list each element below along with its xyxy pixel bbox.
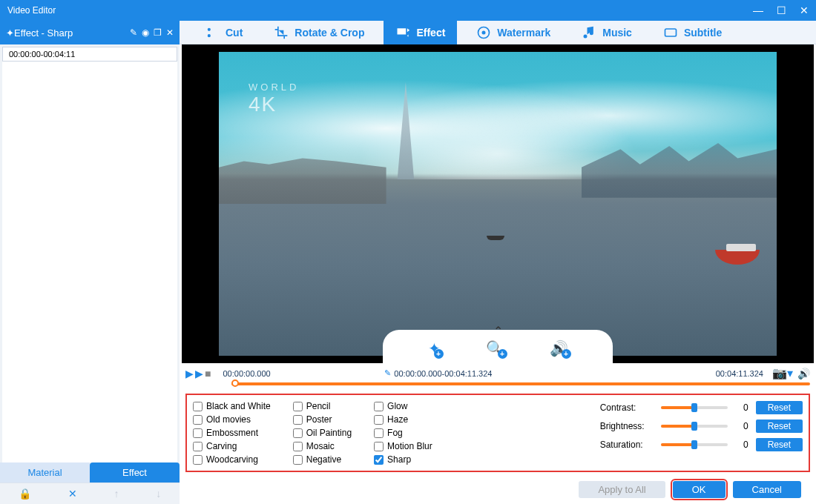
ok-button[interactable]: OK — [673, 481, 725, 498]
brightness-value: 0 — [735, 421, 748, 431]
brightness-slider[interactable] — [661, 425, 728, 428]
tab-effect[interactable]: Effect — [90, 462, 180, 483]
effect-checkbox-fog[interactable]: Fog — [374, 428, 432, 438]
volume-icon[interactable]: 🔊 — [797, 368, 810, 379]
camera-icon[interactable]: 📷▾ — [772, 366, 793, 380]
effect-checkbox-old-movies[interactable]: Old movies — [193, 414, 271, 425]
contrast-label: Contrast: — [600, 402, 654, 413]
saturation-value: 0 — [735, 440, 748, 450]
ribbon-music[interactable]: Music — [570, 21, 644, 44]
effect-checkbox-embossment[interactable]: Embossment — [193, 428, 271, 438]
crop-icon — [274, 25, 289, 40]
timeline-bar: ▶ ▶ ■ 00:00:00.000 00:00:00.000-00:04:11… — [180, 363, 816, 382]
ribbon-effect[interactable]: Effect — [384, 21, 457, 44]
saturation-label: Saturation: — [600, 440, 654, 450]
zoom-add-icon[interactable]: 🔍+ — [486, 339, 504, 357]
clip-entry[interactable]: 00:00:00-00:04:11 — [2, 47, 177, 62]
edit-icon[interactable]: ✎ — [130, 27, 137, 38]
preview-image: WORLD 4K — [219, 52, 777, 356]
sidebar: ✦ Effect - Sharp ✎ ◉ ❐ ✕ 00:00:00-00:04:… — [0, 21, 180, 504]
panel-title: Effect - Sharp — [14, 27, 73, 39]
effect-checkbox-poster[interactable]: Poster — [293, 414, 352, 425]
brightness-reset-button[interactable]: Reset — [756, 420, 803, 433]
effect-checkbox-motion-blur[interactable]: Motion Blur — [374, 441, 432, 451]
watermark-icon — [476, 25, 491, 40]
effect-checkbox-pencil[interactable]: Pencil — [293, 401, 352, 411]
panel-close-icon[interactable]: ✕ — [166, 27, 174, 38]
effect-checkbox-haze[interactable]: Haze — [374, 414, 432, 425]
svg-point-1 — [482, 30, 486, 34]
brightness-label: Brightness: — [600, 421, 654, 431]
effect-checkbox-sharp[interactable]: Sharp — [374, 454, 432, 465]
timeline-slider[interactable] — [231, 382, 810, 386]
chevron-up-icon[interactable]: ⌃ — [493, 324, 503, 338]
wand-icon: ✦ — [6, 27, 14, 39]
play-button[interactable]: ▶ — [185, 368, 194, 379]
clip-time: 00:00:00-00:04:11 — [9, 50, 75, 59]
contrast-reset-button[interactable]: Reset — [756, 401, 803, 414]
move-up-icon: ↑ — [113, 488, 119, 500]
tab-material[interactable]: Material — [0, 462, 90, 483]
cancel-button[interactable]: Cancel — [733, 481, 801, 498]
minimize-button[interactable]: — — [753, 4, 763, 16]
sidebar-fill — [2, 62, 177, 462]
preview-area: WORLD 4K ⌃ ✦+ 🔍+ 🔊+ — [182, 44, 814, 363]
effect-checkbox-glow[interactable]: Glow — [374, 401, 432, 411]
subtitle-icon — [663, 25, 678, 40]
preview-controls: ⌃ ✦+ 🔍+ 🔊+ — [383, 330, 613, 364]
effect-checkbox-mosaic[interactable]: Mosaic — [293, 441, 352, 451]
delete-icon[interactable]: ✕ — [68, 488, 77, 500]
side-toolbar: 🔒 ✕ ↑ ↓ — [0, 483, 180, 504]
ribbon: Cut Rotate & Crop Effect Watermark Music… — [180, 21, 816, 44]
effect-checkbox-oil-painting[interactable]: Oil Painting — [293, 428, 352, 438]
maximize-button[interactable]: ☐ — [777, 4, 786, 16]
saturation-slider[interactable] — [661, 443, 728, 446]
preview-watermark: WORLD 4K — [249, 82, 299, 116]
effect-checkbox-black-and-white[interactable]: Black and White — [193, 401, 271, 411]
close-button[interactable]: ✕ — [800, 4, 809, 16]
music-icon — [582, 25, 596, 40]
footer-buttons: Apply to All OK Cancel — [180, 475, 816, 504]
ribbon-subtitle[interactable]: Subtitle — [651, 21, 734, 44]
wand-add-icon[interactable]: ✦+ — [428, 339, 441, 357]
titlebar: Video Editor — ☐ ✕ — [0, 0, 816, 21]
panel-header: ✦ Effect - Sharp ✎ ◉ ❐ ✕ — [0, 21, 180, 44]
audio-add-icon[interactable]: 🔊+ — [550, 339, 568, 357]
effect-checkbox-woodcarving[interactable]: Woodcarving — [193, 454, 271, 465]
ribbon-rotate-crop[interactable]: Rotate & Crop — [262, 21, 376, 44]
copy-icon[interactable]: ❐ — [154, 27, 162, 38]
scissors-icon — [205, 25, 220, 40]
move-down-icon: ↓ — [156, 488, 161, 500]
saturation-reset-button[interactable]: Reset — [756, 438, 803, 451]
apply-to-all-button[interactable]: Apply to All — [579, 481, 665, 498]
effects-panel: Black and WhiteOld moviesEmbossmentCarvi… — [185, 394, 810, 472]
effect-checkbox-carving[interactable]: Carving — [193, 441, 271, 451]
play-next-button[interactable]: ▶ — [195, 368, 203, 379]
eye-icon[interactable]: ◉ — [142, 27, 149, 38]
stop-button[interactable]: ■ — [205, 368, 211, 379]
ribbon-watermark[interactable]: Watermark — [464, 21, 562, 44]
time-end: 00:04:11.324 — [716, 369, 763, 378]
lock-icon[interactable]: 🔒 — [19, 488, 31, 500]
effect-icon — [395, 25, 410, 40]
time-start: 00:00:00.000 — [223, 369, 270, 378]
svg-rect-2 — [665, 29, 676, 36]
window-title: Video Editor — [7, 5, 56, 16]
ribbon-cut[interactable]: Cut — [193, 21, 254, 44]
contrast-value: 0 — [735, 402, 748, 413]
effect-checkbox-negative[interactable]: Negative — [293, 454, 352, 465]
time-range: 00:00:00.000-00:04:11.324 — [384, 368, 492, 378]
contrast-slider[interactable] — [661, 406, 728, 409]
